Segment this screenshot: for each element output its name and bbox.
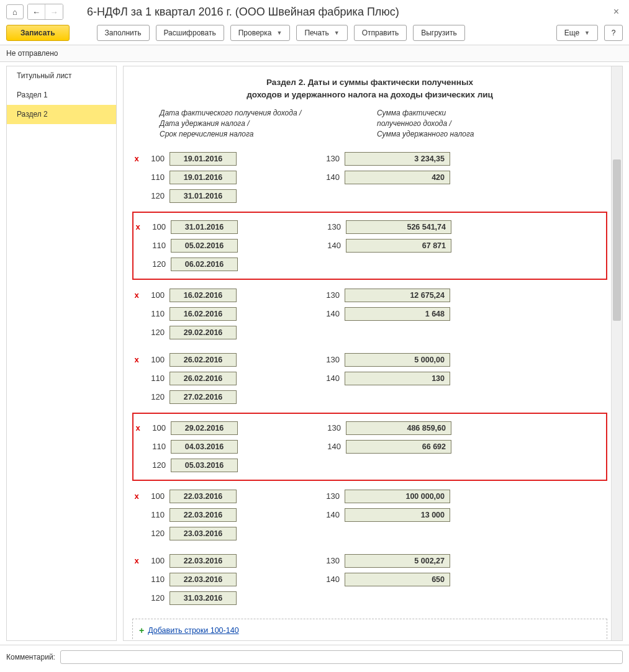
data-block: x10022.03.2016130100 000,0011022.03.2016…: [132, 485, 607, 545]
field-110-date[interactable]: 22.03.2016: [170, 573, 237, 586]
field-120-date[interactable]: 05.03.2016: [171, 459, 238, 472]
field-140-sum[interactable]: 420: [345, 171, 450, 184]
field-120-date[interactable]: 06.02.2016: [171, 258, 238, 271]
code-120: 120: [146, 529, 165, 538]
field-130-sum[interactable]: 12 675,24: [345, 289, 450, 302]
code-120: 120: [146, 191, 165, 200]
field-140-sum[interactable]: 13 000: [345, 508, 450, 522]
column-headers: Дата фактического получения дохода / Дат…: [132, 108, 607, 139]
fill-button[interactable]: Заполнить: [97, 25, 150, 41]
code-110: 110: [146, 510, 165, 519]
field-130-sum[interactable]: 100 000,00: [345, 490, 450, 503]
section-title: Раздел 2. Даты и суммы фактически получе…: [132, 73, 607, 108]
code-120: 120: [147, 259, 166, 269]
field-130-sum[interactable]: 5 000,00: [345, 353, 450, 367]
code-140: 140: [321, 309, 340, 318]
code-140: 140: [321, 575, 340, 584]
export-button[interactable]: Выгрузить: [413, 25, 465, 41]
code-100: 100: [147, 423, 166, 432]
print-button[interactable]: Печать▼: [296, 25, 347, 41]
more-button[interactable]: Еще▼: [556, 25, 598, 41]
delete-row-icon[interactable]: x: [133, 423, 142, 432]
toolbar: Записать Заполнить Расшифровать Проверка…: [0, 21, 629, 45]
delete-row-icon[interactable]: x: [132, 290, 141, 300]
field-140-sum[interactable]: 650: [345, 573, 450, 586]
field-100-date[interactable]: 16.02.2016: [170, 289, 237, 302]
sidebar-item[interactable]: Раздел 2: [7, 105, 116, 124]
field-110-date[interactable]: 26.02.2016: [170, 372, 237, 385]
delete-row-icon[interactable]: x: [132, 491, 141, 501]
field-120-date[interactable]: 29.02.2016: [170, 326, 237, 339]
field-110-date[interactable]: 04.03.2016: [171, 440, 238, 454]
sidebar-item[interactable]: Раздел 1: [7, 86, 116, 105]
field-120-date[interactable]: 31.03.2016: [170, 591, 237, 605]
code-140: 140: [321, 374, 340, 383]
code-100: 100: [146, 290, 165, 300]
check-button[interactable]: Проверка▼: [230, 25, 291, 41]
field-110-date[interactable]: 16.02.2016: [170, 307, 237, 321]
caret-down-icon: ▼: [276, 30, 282, 36]
field-100-date[interactable]: 31.01.2016: [171, 220, 238, 234]
help-button[interactable]: ?: [604, 25, 623, 41]
field-100-date[interactable]: 22.03.2016: [170, 554, 237, 568]
field-100-date[interactable]: 19.01.2016: [170, 152, 237, 166]
field-140-sum[interactable]: 66 692: [346, 440, 451, 454]
home-icon[interactable]: ⌂: [6, 4, 24, 19]
field-130-sum[interactable]: 526 541,74: [346, 220, 451, 234]
field-100-date[interactable]: 22.03.2016: [170, 490, 237, 503]
field-120-date[interactable]: 31.01.2016: [170, 189, 237, 203]
comment-input[interactable]: [60, 650, 623, 664]
code-120: 120: [147, 460, 166, 470]
caret-down-icon: ▼: [334, 30, 340, 36]
decode-button[interactable]: Расшифровать: [156, 25, 224, 41]
field-100-date[interactable]: 26.02.2016: [170, 353, 237, 367]
field-130-sum[interactable]: 486 859,60: [346, 421, 451, 435]
code-110: 110: [147, 241, 166, 250]
forward-icon: →: [45, 4, 63, 19]
vertical-scrollbar[interactable]: [611, 66, 622, 640]
delete-row-icon[interactable]: x: [133, 222, 142, 231]
delete-row-icon[interactable]: x: [132, 355, 141, 364]
code-100: 100: [146, 491, 165, 501]
code-100: 100: [146, 355, 165, 364]
add-rows-button[interactable]: + Добавить строки 100-140: [132, 619, 607, 640]
page-title: 6-НДФЛ за 1 квартал 2016 г. (ООО Швейная…: [87, 6, 606, 19]
code-130: 130: [321, 290, 340, 300]
field-130-sum[interactable]: 3 234,35: [345, 152, 450, 166]
field-140-sum[interactable]: 130: [345, 372, 450, 385]
data-block: x10029.02.2016130486 859,6011004.03.2016…: [132, 413, 607, 481]
caret-down-icon: ▼: [584, 30, 590, 36]
code-130: 130: [321, 556, 340, 565]
code-100: 100: [146, 154, 165, 163]
field-110-date[interactable]: 05.02.2016: [171, 239, 238, 253]
field-120-date[interactable]: 23.03.2016: [170, 527, 237, 540]
data-block: x10031.01.2016130526 541,7411005.02.2016…: [132, 212, 607, 280]
document-area: Раздел 2. Даты и суммы фактически получе…: [124, 66, 611, 640]
data-block: x10026.02.20161305 000,0011026.02.201614…: [132, 348, 607, 409]
code-120: 120: [146, 328, 165, 337]
code-100: 100: [147, 222, 166, 231]
send-button[interactable]: Отправить: [354, 25, 407, 41]
code-140: 140: [322, 241, 341, 250]
delete-row-icon[interactable]: x: [132, 556, 141, 565]
field-140-sum[interactable]: 67 871: [346, 239, 451, 253]
sidebar: Титульный листРаздел 1Раздел 2: [6, 66, 117, 641]
code-130: 130: [322, 423, 341, 432]
field-110-date[interactable]: 19.01.2016: [170, 171, 237, 184]
delete-row-icon[interactable]: x: [132, 154, 141, 163]
field-110-date[interactable]: 22.03.2016: [170, 508, 237, 522]
field-140-sum[interactable]: 1 648: [345, 307, 450, 321]
back-icon[interactable]: ←: [28, 4, 45, 19]
close-icon[interactable]: ×: [610, 6, 623, 17]
data-block: x10022.03.20161305 002,2711022.03.201614…: [132, 549, 607, 610]
field-120-date[interactable]: 27.02.2016: [170, 390, 237, 404]
sidebar-item[interactable]: Титульный лист: [7, 66, 116, 86]
field-100-date[interactable]: 29.02.2016: [171, 421, 238, 435]
code-140: 140: [321, 510, 340, 519]
plus-icon: +: [139, 625, 144, 635]
write-button[interactable]: Записать: [6, 25, 70, 41]
add-rows-link[interactable]: Добавить строки 100-140: [148, 626, 238, 635]
code-120: 120: [146, 392, 165, 401]
field-130-sum[interactable]: 5 002,27: [345, 554, 450, 568]
code-130: 130: [321, 491, 340, 501]
